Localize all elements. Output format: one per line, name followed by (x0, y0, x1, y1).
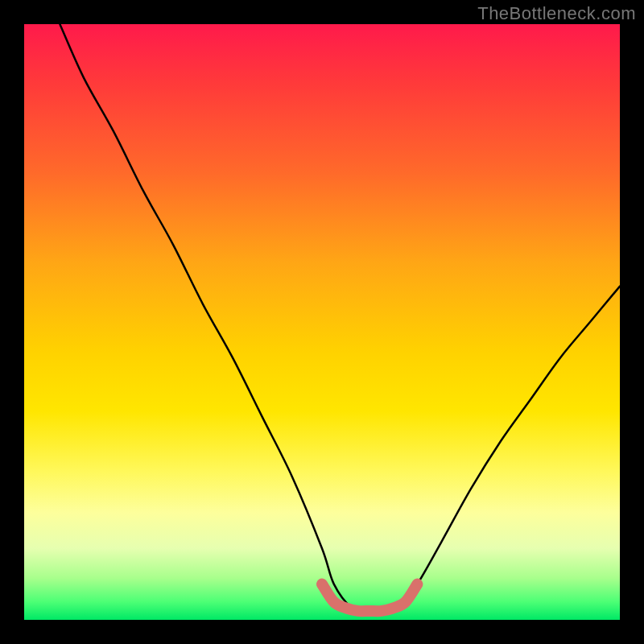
chart-svg (24, 24, 620, 620)
watermark-text: TheBottleneck.com (477, 3, 636, 24)
plot-area (24, 24, 620, 620)
chart-frame: TheBottleneck.com (0, 0, 644, 644)
bottleneck-curve (60, 24, 620, 615)
